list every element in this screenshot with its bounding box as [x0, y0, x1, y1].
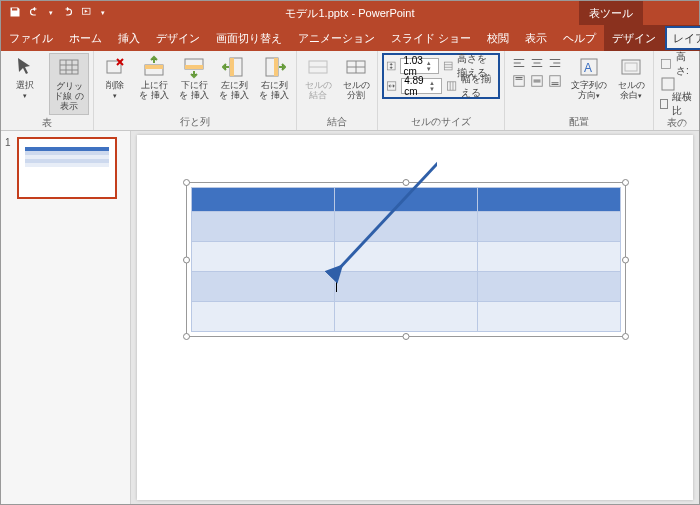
row-height-icon: [386, 58, 396, 74]
col-width-icon: [386, 78, 397, 94]
insert-row-below-button[interactable]: 下に行を 挿入: [176, 53, 212, 103]
svg-rect-26: [662, 60, 671, 69]
delete-table-icon: [103, 55, 127, 79]
title-bar: ▾ ▾ モデル1.pptx - PowerPoint 表ツール: [1, 1, 699, 25]
ribbon-tabs: ファイル ホーム 挿入 デザイン 画面切り替え アニメーション スライド ショー…: [1, 25, 699, 51]
align-bottom-button[interactable]: [547, 73, 563, 89]
svg-rect-12: [274, 58, 278, 76]
distribute-cols-icon[interactable]: [446, 78, 457, 94]
tab-animations[interactable]: アニメーション: [290, 25, 383, 51]
insert-below-icon: [182, 55, 206, 79]
grid-icon: [57, 56, 81, 80]
group-cell-size: 1.03 cm ▲▼ 高さを揃える 4.89 cm ▲▼ 幅を揃える: [378, 51, 505, 130]
tab-insert[interactable]: 挿入: [110, 25, 148, 51]
split-cells-button[interactable]: セルの 分割: [339, 53, 373, 103]
align-center-button[interactable]: [529, 55, 545, 71]
col-width-input[interactable]: 4.89 cm ▲▼: [401, 78, 442, 94]
redo-icon[interactable]: [61, 6, 73, 20]
svg-rect-3: [60, 60, 78, 74]
quick-access-toolbar: ▾ ▾: [1, 6, 105, 20]
undo-dropdown-icon[interactable]: ▾: [49, 9, 53, 17]
contextual-tabs: デザイン レイアウト: [604, 25, 700, 51]
group-alignment: A 文字列の 方向▾ セルの 余白▾ 配置: [505, 51, 654, 130]
group-label-align: 配置: [509, 114, 649, 129]
select-button[interactable]: 選択▾: [5, 53, 45, 103]
tab-help[interactable]: ヘルプ: [555, 25, 604, 51]
lock-aspect-label: 縦横比: [672, 90, 693, 118]
save-icon[interactable]: [9, 6, 21, 20]
svg-rect-10: [230, 58, 234, 76]
table-height-label: 高さ:: [676, 50, 693, 78]
row-height-input[interactable]: 1.03 cm ▲▼: [400, 58, 438, 74]
tab-review[interactable]: 校閲: [479, 25, 517, 51]
distribute-cols-label[interactable]: 幅を揃える: [461, 72, 496, 100]
tab-slideshow[interactable]: スライド ショー: [383, 25, 479, 51]
tab-table-design[interactable]: デザイン: [604, 25, 664, 51]
group-table: 選択▾ グリッド線 の表示 表: [1, 51, 94, 130]
app-window: ▾ ▾ モデル1.pptx - PowerPoint 表ツール ファイル ホーム…: [0, 0, 700, 505]
distribute-rows-icon[interactable]: [443, 58, 453, 74]
merge-icon: [306, 55, 330, 79]
insert-left-icon: [222, 55, 246, 79]
tab-table-layout[interactable]: レイアウト: [665, 26, 700, 50]
slide-canvas[interactable]: [137, 135, 693, 500]
group-label-merge: 結合: [301, 114, 373, 129]
group-merge: セルの 結合 セルの 分割 結合: [297, 51, 378, 130]
lock-aspect-checkbox[interactable]: [660, 99, 668, 109]
group-rows-cols: 削除▾ 上に行を 挿入 下に行を 挿入 左に列を 挿入 右に列を 挿入: [94, 51, 297, 130]
svg-rect-18: [448, 82, 456, 90]
align-middle-button[interactable]: [529, 73, 545, 89]
insert-above-icon: [142, 55, 166, 79]
contextual-tab-title: 表ツール: [579, 1, 643, 25]
cell-size-controls: 1.03 cm ▲▼ 高さを揃える 4.89 cm ▲▼ 幅を揃える: [382, 53, 500, 99]
cell-margins-button[interactable]: セルの 余白▾: [613, 53, 649, 103]
svg-rect-27: [662, 78, 674, 90]
qat-customize-icon[interactable]: ▾: [101, 9, 105, 17]
tab-transitions[interactable]: 画面切り替え: [208, 25, 290, 51]
thumbnail-number: 1: [5, 137, 13, 199]
ribbon: 選択▾ グリッド線 の表示 表 削除▾ 上に行を 挿入: [1, 51, 699, 131]
svg-rect-25: [625, 63, 637, 71]
undo-icon[interactable]: [29, 6, 41, 20]
tab-home[interactable]: ホーム: [61, 25, 110, 51]
insert-right-icon: [262, 55, 286, 79]
align-top-button[interactable]: [511, 73, 527, 89]
workspace: 1: [1, 131, 699, 504]
text-cursor: [336, 274, 337, 292]
svg-rect-6: [145, 65, 163, 69]
slide-thumbnail-1[interactable]: [17, 137, 117, 199]
cell-margins-icon: [619, 55, 643, 79]
svg-rect-16: [444, 62, 452, 70]
group-table-size: 高さ: 縦横比 表の: [654, 51, 699, 130]
svg-rect-8: [185, 65, 203, 69]
text-direction-button[interactable]: A 文字列の 方向▾: [569, 53, 609, 103]
table[interactable]: [191, 187, 621, 332]
group-label-rowscols: 行と列: [98, 114, 292, 129]
svg-rect-20: [532, 76, 543, 87]
delete-button[interactable]: 削除▾: [98, 53, 132, 103]
insert-col-left-button[interactable]: 左に列を 挿入: [216, 53, 252, 103]
table-object[interactable]: [191, 187, 621, 332]
group-label-table: 表: [5, 115, 89, 130]
insert-row-above-button[interactable]: 上に行を 挿入: [136, 53, 172, 103]
align-right-button[interactable]: [547, 55, 563, 71]
start-from-beginning-icon[interactable]: [81, 6, 93, 20]
align-left-button[interactable]: [511, 55, 527, 71]
insert-col-right-button[interactable]: 右に列を 挿入: [256, 53, 292, 103]
group-label-cellsize: セルのサイズ: [382, 114, 500, 129]
svg-text:A: A: [584, 61, 592, 75]
tab-design[interactable]: デザイン: [148, 25, 208, 51]
cursor-icon: [13, 55, 37, 79]
merge-cells-button: セルの 結合: [301, 53, 335, 103]
tab-file[interactable]: ファイル: [1, 25, 61, 51]
split-icon: [344, 55, 368, 79]
group-label-tablesize: 表の: [658, 115, 695, 130]
slide-thumbnail-panel: 1: [1, 131, 131, 504]
text-direction-icon: A: [577, 55, 601, 79]
table-height-icon: [660, 56, 672, 72]
tab-view[interactable]: 表示: [517, 25, 555, 51]
view-gridlines-button[interactable]: グリッド線 の表示: [49, 53, 89, 115]
